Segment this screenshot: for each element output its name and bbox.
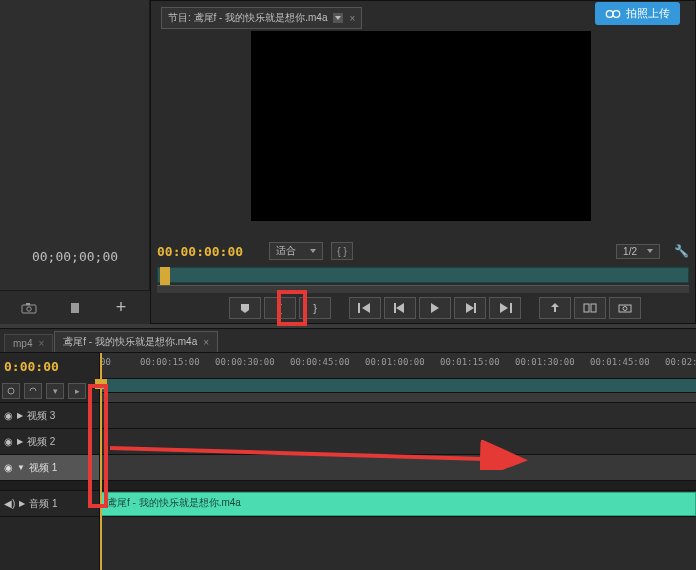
annotation-arrow — [110, 440, 540, 470]
program-timecode[interactable]: 00:00:00:00 — [157, 244, 243, 259]
resolution-dropdown[interactable]: 1/2 — [616, 244, 660, 259]
svg-rect-7 — [394, 303, 396, 313]
chevron-down-icon[interactable] — [333, 13, 343, 23]
marker-button[interactable] — [63, 298, 87, 318]
track-lane-a1[interactable]: 鸢尾f - 我的快乐就是想你.m4a — [100, 491, 696, 517]
track-divider — [0, 481, 99, 491]
clip-label: 鸢尾f - 我的快乐就是想你.m4a — [107, 497, 241, 508]
go-to-in-button[interactable] — [349, 297, 381, 319]
link-selection-button[interactable] — [24, 383, 42, 399]
track-header-v1[interactable]: ◉ ▼ 视频 1 — [0, 455, 99, 481]
work-area-bar[interactable] — [100, 379, 696, 393]
lift-button[interactable] — [539, 297, 571, 319]
track-label: 视频 1 — [29, 461, 57, 475]
timeline-tools: ▾ ▸ — [0, 379, 99, 403]
svg-point-14 — [8, 388, 14, 394]
link-icon — [605, 8, 621, 20]
svg-rect-4 — [26, 303, 30, 305]
svg-rect-5 — [71, 303, 79, 313]
timeline-playhead[interactable] — [100, 353, 102, 570]
expand-icon[interactable]: ▶ — [17, 411, 23, 420]
export-frame-button[interactable] — [609, 297, 641, 319]
svg-rect-11 — [591, 304, 596, 312]
svg-rect-8 — [474, 303, 476, 313]
svg-rect-9 — [510, 303, 512, 313]
expand-icon[interactable]: ▼ — [17, 463, 25, 472]
sequence-tab[interactable]: mp4 × — [4, 334, 53, 352]
program-panel: 节目: 鸢尾f - 我的快乐就是想你.m4a × 00:00:00:00 适合 … — [150, 0, 696, 324]
solo-icon[interactable]: ◀) — [4, 498, 15, 509]
go-to-out-button[interactable] — [489, 297, 521, 319]
source-panel: 00;00;00;00 + — [0, 0, 150, 324]
track-divider — [100, 481, 696, 491]
time-ruler[interactable]: 00 00:00:15:00 00:00:30:00 00:00:45:00 0… — [100, 353, 696, 379]
ruler-tick: 00:00:30:00 — [215, 357, 275, 367]
program-viewport[interactable] — [251, 31, 591, 221]
program-controls-row: 00:00:00:00 适合 { } 1/2 🔧 — [157, 241, 689, 261]
mark-in-button[interactable]: { — [264, 297, 296, 319]
track-label: 音频 1 — [29, 497, 57, 511]
ruler-tick: 00:02:00 — [665, 357, 696, 367]
svg-point-13 — [623, 307, 627, 311]
track-header-a1[interactable]: ◀) ▶ 音频 1 — [0, 491, 99, 517]
close-tab-icon[interactable]: × — [349, 13, 355, 24]
ruler-tick: 00:00:45:00 — [290, 357, 350, 367]
chevron-down-icon — [310, 249, 316, 253]
snap-button[interactable] — [2, 383, 20, 399]
sequence-tab-label: 鸢尾f - 我的快乐就是想你.m4a — [63, 335, 197, 349]
resolution-label: 1/2 — [623, 246, 637, 257]
source-toolbar: + — [0, 290, 150, 324]
sequence-tabs: mp4 × 鸢尾f - 我的快乐就是想你.m4a × — [0, 329, 696, 353]
transport-bar: { } — [157, 295, 689, 321]
ruler-tick: 00:01:00:00 — [365, 357, 425, 367]
chevron-down-icon — [647, 249, 653, 253]
marker-tool-button[interactable]: ▾ — [46, 383, 64, 399]
audio-clip[interactable]: 鸢尾f - 我的快乐就是想你.m4a — [100, 492, 696, 516]
play-button[interactable] — [419, 297, 451, 319]
upload-button[interactable]: 拍照上传 — [595, 2, 680, 25]
ruler-tick: 00:01:45:00 — [590, 357, 650, 367]
toggle-icon[interactable]: ◉ — [4, 436, 13, 447]
expand-icon[interactable]: ▶ — [19, 499, 25, 508]
sequence-tab[interactable]: 鸢尾f - 我的快乐就是想你.m4a × — [54, 331, 218, 352]
nest-button[interactable]: ▸ — [68, 383, 86, 399]
mark-out-button[interactable]: } — [299, 297, 331, 319]
fit-label: 适合 — [276, 244, 296, 258]
upload-label: 拍照上传 — [626, 6, 670, 21]
close-icon[interactable]: × — [38, 338, 44, 349]
expand-icon[interactable]: ▶ — [17, 437, 23, 446]
add-button[interactable]: + — [109, 298, 133, 318]
close-icon[interactable]: × — [203, 337, 209, 348]
track-lane-v3[interactable] — [100, 403, 696, 429]
sequence-timecode[interactable]: 0:00:00 — [0, 353, 99, 379]
track-label: 视频 3 — [27, 409, 55, 423]
ruler-tick: 00:01:30:00 — [515, 357, 575, 367]
svg-line-15 — [110, 448, 520, 460]
bracket-button[interactable]: { } — [331, 242, 353, 260]
sequence-tab-label: mp4 — [13, 338, 32, 349]
add-marker-button[interactable] — [229, 297, 261, 319]
camera-icon[interactable] — [17, 298, 41, 318]
track-header-v2[interactable]: ◉ ▶ 视频 2 — [0, 429, 99, 455]
track-header-column: 0:00:00 ▾ ▸ ◉ ▶ 视频 3 ◉ ▶ 视频 2 ◉ ▼ 视频 1 — [0, 353, 100, 570]
step-back-button[interactable] — [384, 297, 416, 319]
program-scrollbar[interactable] — [157, 285, 689, 293]
program-playhead[interactable] — [160, 267, 170, 285]
settings-icon[interactable]: 🔧 — [674, 244, 689, 258]
program-tab-label: 节目: 鸢尾f - 我的快乐就是想你.m4a — [168, 11, 327, 25]
toggle-icon[interactable]: ◉ — [4, 462, 13, 473]
svg-point-3 — [27, 306, 31, 310]
track-label: 视频 2 — [27, 435, 55, 449]
toggle-icon[interactable]: ◉ — [4, 410, 13, 421]
zoom-scrollbar[interactable] — [100, 393, 696, 403]
program-tab[interactable]: 节目: 鸢尾f - 我的快乐就是想你.m4a × — [161, 7, 362, 29]
track-header-v3[interactable]: ◉ ▶ 视频 3 — [0, 403, 99, 429]
svg-point-0 — [606, 10, 613, 17]
fit-dropdown[interactable]: 适合 — [269, 242, 323, 260]
source-timecode[interactable]: 00;00;00;00 — [0, 249, 150, 264]
extract-button[interactable] — [574, 297, 606, 319]
playhead-handle[interactable] — [95, 379, 107, 389]
step-forward-button[interactable] — [454, 297, 486, 319]
svg-point-1 — [613, 10, 620, 17]
program-timeline-strip[interactable] — [157, 267, 689, 283]
